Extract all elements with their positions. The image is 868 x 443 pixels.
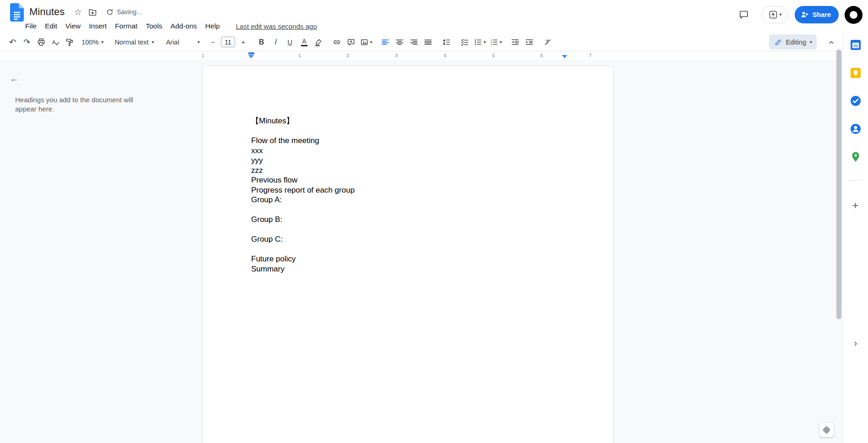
- decrease-indent-icon: [511, 38, 520, 47]
- doc-line[interactable]: [251, 225, 572, 235]
- insert-link-button[interactable]: [330, 35, 343, 49]
- decrease-indent-button[interactable]: [508, 35, 522, 49]
- hide-side-panel-button[interactable]: ›: [849, 337, 863, 350]
- document-title[interactable]: Minutes: [27, 5, 66, 19]
- menu-edit[interactable]: Edit: [41, 20, 61, 32]
- scrollbar-thumb[interactable]: [836, 50, 841, 319]
- align-right-button[interactable]: [407, 35, 420, 49]
- align-justify-button[interactable]: [421, 35, 434, 49]
- doc-line[interactable]: xxx: [251, 146, 572, 156]
- share-button[interactable]: Share: [795, 6, 839, 23]
- align-left-button[interactable]: [379, 35, 392, 49]
- numbered-list-button[interactable]: 1 2 3 ▾: [488, 35, 503, 49]
- account-avatar[interactable]: [845, 6, 863, 24]
- present-button[interactable]: ▾: [762, 6, 788, 23]
- document-text[interactable]: 【Minutes】 Flow of the meeting xxx yyy zz…: [203, 66, 613, 274]
- move-to-folder-button[interactable]: [86, 5, 99, 19]
- menu-format[interactable]: Format: [111, 20, 142, 32]
- menu-view[interactable]: View: [61, 20, 85, 32]
- menu-help[interactable]: Help: [201, 20, 224, 32]
- print-button[interactable]: [34, 35, 48, 49]
- font-size-input[interactable]: [221, 37, 235, 47]
- doc-line[interactable]: Group C:: [251, 234, 572, 244]
- increase-font-size-button[interactable]: +: [236, 35, 250, 49]
- vertical-scrollbar[interactable]: [836, 49, 841, 443]
- paragraph-styles-select[interactable]: Normal text ▾: [111, 35, 157, 49]
- spellcheck-button[interactable]: A: [49, 35, 62, 49]
- comment-bubble-icon: [738, 9, 749, 20]
- doc-line[interactable]: Progress report of each group: [251, 185, 572, 195]
- google-calendar-icon: 31: [850, 39, 862, 51]
- doc-line[interactable]: Previous flow: [251, 175, 572, 185]
- doc-line[interactable]: [251, 244, 572, 255]
- doc-line[interactable]: Future policy: [251, 254, 572, 264]
- doc-line[interactable]: zzz: [251, 166, 572, 176]
- insert-image-button[interactable]: ▾: [358, 35, 374, 49]
- increase-indent-button[interactable]: [522, 35, 536, 49]
- align-center-button[interactable]: [393, 35, 406, 49]
- redo-button[interactable]: ↷: [20, 35, 33, 49]
- highlight-color-button[interactable]: [312, 35, 325, 49]
- align-right-icon: [409, 38, 418, 47]
- align-center-icon: [395, 38, 404, 47]
- zoom-select[interactable]: 100% ▾: [78, 35, 107, 49]
- get-addons-button[interactable]: +: [849, 199, 862, 212]
- right-indent-marker[interactable]: [562, 55, 567, 58]
- saving-status[interactable]: Saving…: [103, 5, 146, 19]
- ruler: 1 1 2 3 4 5 6 7: [0, 52, 842, 60]
- bulleted-list-button[interactable]: ▾: [472, 35, 487, 49]
- doc-line[interactable]: Flow of the meeting: [251, 136, 572, 146]
- doc-line[interactable]: [251, 126, 572, 136]
- hide-menus-button[interactable]: [824, 35, 838, 49]
- left-indent-marker[interactable]: [248, 52, 254, 58]
- underline-button[interactable]: U: [283, 35, 297, 49]
- paint-format-button[interactable]: [63, 35, 76, 49]
- add-comment-button[interactable]: [344, 35, 357, 49]
- header-actions: ▾ Share: [734, 5, 863, 25]
- font-family-select[interactable]: Arial ▾: [163, 35, 203, 49]
- calendar-button[interactable]: 31: [849, 39, 862, 51]
- doc-line[interactable]: Summary: [251, 264, 572, 274]
- editing-mode-select[interactable]: Editing ▾: [769, 34, 817, 50]
- document-page[interactable]: 【Minutes】 Flow of the meeting xxx yyy zz…: [202, 66, 614, 443]
- ruler-label: 1: [202, 52, 204, 60]
- checklist-button[interactable]: [458, 35, 471, 49]
- menu-insert[interactable]: Insert: [85, 20, 111, 32]
- last-edit-link[interactable]: Last edit was seconds ago: [236, 22, 317, 30]
- align-justify-icon: [423, 38, 433, 47]
- keep-button[interactable]: [849, 66, 862, 79]
- google-docs-logo-icon[interactable]: [10, 3, 24, 22]
- undo-button[interactable]: ↶: [6, 35, 19, 49]
- chevron-right-icon: ›: [854, 338, 857, 349]
- close-outline-button[interactable]: ←: [6, 71, 22, 86]
- ruler-label: 4: [444, 52, 446, 60]
- doc-line[interactable]: 【Minutes】: [251, 116, 572, 126]
- italic-button[interactable]: I: [269, 35, 282, 49]
- tasks-button[interactable]: [849, 94, 862, 107]
- bold-button[interactable]: B: [255, 35, 268, 49]
- clear-formatting-button[interactable]: T: [541, 35, 554, 49]
- hanging-indent-marker[interactable]: [248, 55, 254, 58]
- ruler-label: 7: [589, 52, 592, 60]
- first-line-indent-marker[interactable]: [248, 52, 254, 55]
- doc-line[interactable]: yyy: [251, 155, 572, 166]
- maps-button[interactable]: [849, 150, 862, 163]
- contacts-button[interactable]: [849, 122, 862, 135]
- toolbar: ↶ ↷ A 100% ▾ Normal text ▾ Arial ▾ − + B…: [0, 33, 842, 51]
- explore-button[interactable]: [819, 422, 834, 437]
- outline-placeholder: Headings you add to the document will ap…: [15, 95, 139, 113]
- decrease-font-size-button[interactable]: −: [206, 35, 220, 49]
- menu-tools[interactable]: Tools: [142, 20, 166, 32]
- doc-line[interactable]: [251, 205, 572, 215]
- doc-line[interactable]: Group B:: [251, 215, 572, 225]
- text-color-button[interactable]: A: [297, 35, 311, 49]
- menu-file[interactable]: File: [21, 20, 41, 32]
- star-button[interactable]: ☆: [71, 5, 85, 19]
- line-spacing-button[interactable]: [439, 35, 453, 49]
- styles-value: Normal text: [115, 39, 148, 46]
- caret-down-icon: ▾: [810, 40, 812, 44]
- sync-icon: [106, 8, 114, 16]
- open-comment-history-button[interactable]: [734, 5, 753, 24]
- doc-line[interactable]: Group A:: [251, 195, 572, 205]
- menu-addons[interactable]: Add-ons: [166, 20, 201, 32]
